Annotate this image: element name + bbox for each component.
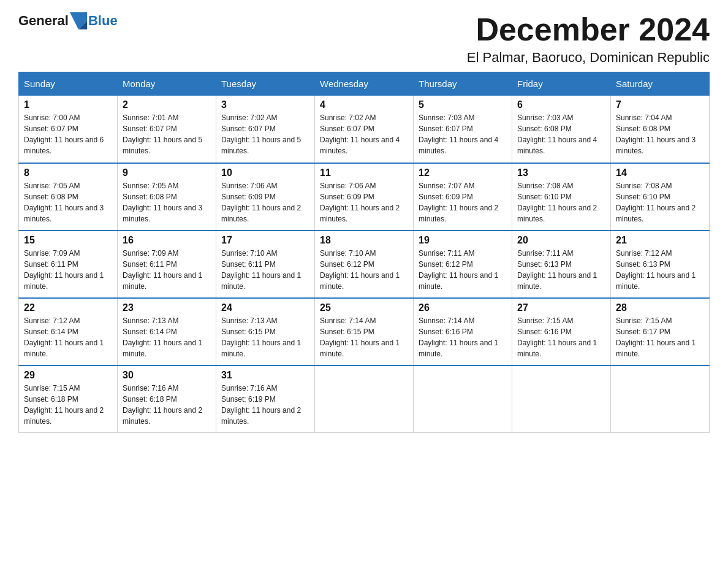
calendar-week-row: 15 Sunrise: 7:09 AMSunset: 6:11 PMDaylig…: [19, 231, 710, 298]
day-number: 4: [320, 99, 408, 110]
day-number: 16: [123, 235, 211, 246]
day-info: Sunrise: 7:13 AMSunset: 6:14 PMDaylight:…: [123, 315, 211, 359]
day-number: 20: [517, 235, 605, 246]
calendar-cell: 11 Sunrise: 7:06 AMSunset: 6:09 PMDaylig…: [315, 163, 414, 231]
calendar-cell: 18 Sunrise: 7:10 AMSunset: 6:12 PMDaylig…: [315, 231, 414, 298]
calendar-cell: [315, 366, 414, 433]
day-number: 15: [24, 235, 112, 246]
calendar-cell: [512, 366, 611, 433]
header-day-tuesday: Tuesday: [216, 72, 315, 96]
calendar-cell: 29 Sunrise: 7:15 AMSunset: 6:18 PMDaylig…: [19, 366, 118, 433]
calendar-cell: 2 Sunrise: 7:01 AMSunset: 6:07 PMDayligh…: [118, 96, 216, 163]
day-info: Sunrise: 7:06 AMSunset: 6:09 PMDaylight:…: [320, 180, 408, 224]
day-info: Sunrise: 7:01 AMSunset: 6:07 PMDaylight:…: [123, 112, 211, 156]
day-number: 7: [616, 99, 704, 110]
day-info: Sunrise: 7:11 AMSunset: 6:12 PMDaylight:…: [419, 248, 507, 292]
day-number: 14: [616, 167, 704, 178]
day-info: Sunrise: 7:16 AMSunset: 6:19 PMDaylight:…: [221, 383, 309, 427]
day-info: Sunrise: 7:07 AMSunset: 6:09 PMDaylight:…: [419, 180, 507, 224]
calendar-cell: 12 Sunrise: 7:07 AMSunset: 6:09 PMDaylig…: [414, 163, 512, 231]
calendar-cell: 6 Sunrise: 7:03 AMSunset: 6:08 PMDayligh…: [512, 96, 611, 163]
day-info: Sunrise: 7:14 AMSunset: 6:16 PMDaylight:…: [419, 315, 507, 359]
logo: General Blue: [18, 12, 118, 29]
day-number: 9: [123, 167, 211, 178]
calendar-cell: 1 Sunrise: 7:00 AMSunset: 6:07 PMDayligh…: [19, 96, 118, 163]
day-info: Sunrise: 7:13 AMSunset: 6:15 PMDaylight:…: [221, 315, 309, 359]
day-info: Sunrise: 7:14 AMSunset: 6:15 PMDaylight:…: [320, 315, 408, 359]
calendar-cell: 3 Sunrise: 7:02 AMSunset: 6:07 PMDayligh…: [216, 96, 315, 163]
day-info: Sunrise: 7:08 AMSunset: 6:10 PMDaylight:…: [517, 180, 605, 224]
day-info: Sunrise: 7:15 AMSunset: 6:18 PMDaylight:…: [24, 383, 112, 427]
day-number: 5: [419, 99, 507, 110]
calendar-table: SundayMondayTuesdayWednesdayThursdayFrid…: [18, 72, 710, 433]
day-info: Sunrise: 7:02 AMSunset: 6:07 PMDaylight:…: [320, 112, 408, 156]
day-number: 10: [221, 167, 309, 178]
day-info: Sunrise: 7:15 AMSunset: 6:16 PMDaylight:…: [517, 315, 605, 359]
calendar-cell: 23 Sunrise: 7:13 AMSunset: 6:14 PMDaylig…: [118, 298, 216, 366]
calendar-cell: 10 Sunrise: 7:06 AMSunset: 6:09 PMDaylig…: [216, 163, 315, 231]
header-day-thursday: Thursday: [414, 72, 512, 96]
day-info: Sunrise: 7:02 AMSunset: 6:07 PMDaylight:…: [221, 112, 309, 156]
day-info: Sunrise: 7:04 AMSunset: 6:08 PMDaylight:…: [616, 112, 704, 156]
header-day-saturday: Saturday: [611, 72, 710, 96]
day-number: 19: [419, 235, 507, 246]
day-number: 23: [123, 302, 211, 313]
day-number: 13: [517, 167, 605, 178]
day-info: Sunrise: 7:15 AMSunset: 6:17 PMDaylight:…: [616, 315, 704, 359]
header-day-friday: Friday: [512, 72, 611, 96]
day-number: 25: [320, 302, 408, 313]
calendar-cell: [414, 366, 512, 433]
header-row: SundayMondayTuesdayWednesdayThursdayFrid…: [19, 72, 710, 96]
calendar-week-row: 29 Sunrise: 7:15 AMSunset: 6:18 PMDaylig…: [19, 366, 710, 433]
calendar-cell: 26 Sunrise: 7:14 AMSunset: 6:16 PMDaylig…: [414, 298, 512, 366]
day-info: Sunrise: 7:11 AMSunset: 6:13 PMDaylight:…: [517, 248, 605, 292]
calendar-cell: 22 Sunrise: 7:12 AMSunset: 6:14 PMDaylig…: [19, 298, 118, 366]
day-number: 8: [24, 167, 112, 178]
day-number: 12: [419, 167, 507, 178]
calendar-cell: 31 Sunrise: 7:16 AMSunset: 6:19 PMDaylig…: [216, 366, 315, 433]
month-title: December 2024: [467, 12, 710, 47]
calendar-cell: 27 Sunrise: 7:15 AMSunset: 6:16 PMDaylig…: [512, 298, 611, 366]
calendar-cell: 7 Sunrise: 7:04 AMSunset: 6:08 PMDayligh…: [611, 96, 710, 163]
day-info: Sunrise: 7:09 AMSunset: 6:11 PMDaylight:…: [24, 248, 112, 292]
calendar-week-row: 1 Sunrise: 7:00 AMSunset: 6:07 PMDayligh…: [19, 96, 710, 163]
day-number: 2: [123, 99, 211, 110]
logo-general-text: General: [18, 13, 69, 29]
title-area: December 2024 El Palmar, Baoruco, Domini…: [467, 12, 710, 66]
calendar-cell: 24 Sunrise: 7:13 AMSunset: 6:15 PMDaylig…: [216, 298, 315, 366]
location-subtitle: El Palmar, Baoruco, Dominican Republic: [467, 50, 710, 66]
day-info: Sunrise: 7:03 AMSunset: 6:08 PMDaylight:…: [517, 112, 605, 156]
header-day-wednesday: Wednesday: [315, 72, 414, 96]
day-number: 31: [221, 370, 309, 381]
calendar-cell: 13 Sunrise: 7:08 AMSunset: 6:10 PMDaylig…: [512, 163, 611, 231]
day-info: Sunrise: 7:10 AMSunset: 6:11 PMDaylight:…: [221, 248, 309, 292]
day-number: 22: [24, 302, 112, 313]
calendar-cell: 28 Sunrise: 7:15 AMSunset: 6:17 PMDaylig…: [611, 298, 710, 366]
calendar-cell: 8 Sunrise: 7:05 AMSunset: 6:08 PMDayligh…: [19, 163, 118, 231]
day-number: 24: [221, 302, 309, 313]
calendar-cell: 20 Sunrise: 7:11 AMSunset: 6:13 PMDaylig…: [512, 231, 611, 298]
calendar-cell: 17 Sunrise: 7:10 AMSunset: 6:11 PMDaylig…: [216, 231, 315, 298]
day-number: 18: [320, 235, 408, 246]
day-info: Sunrise: 7:06 AMSunset: 6:09 PMDaylight:…: [221, 180, 309, 224]
day-number: 27: [517, 302, 605, 313]
day-info: Sunrise: 7:12 AMSunset: 6:14 PMDaylight:…: [24, 315, 112, 359]
day-number: 30: [123, 370, 211, 381]
day-info: Sunrise: 7:09 AMSunset: 6:11 PMDaylight:…: [123, 248, 211, 292]
calendar-cell: 4 Sunrise: 7:02 AMSunset: 6:07 PMDayligh…: [315, 96, 414, 163]
page-header: General Blue December 2024 El Palmar, Ba…: [18, 12, 710, 66]
day-info: Sunrise: 7:08 AMSunset: 6:10 PMDaylight:…: [616, 180, 704, 224]
day-info: Sunrise: 7:10 AMSunset: 6:12 PMDaylight:…: [320, 248, 408, 292]
day-info: Sunrise: 7:00 AMSunset: 6:07 PMDaylight:…: [24, 112, 112, 156]
calendar-cell: 5 Sunrise: 7:03 AMSunset: 6:07 PMDayligh…: [414, 96, 512, 163]
calendar-cell: 9 Sunrise: 7:05 AMSunset: 6:08 PMDayligh…: [118, 163, 216, 231]
calendar-cell: 25 Sunrise: 7:14 AMSunset: 6:15 PMDaylig…: [315, 298, 414, 366]
calendar-cell: 19 Sunrise: 7:11 AMSunset: 6:12 PMDaylig…: [414, 231, 512, 298]
day-info: Sunrise: 7:05 AMSunset: 6:08 PMDaylight:…: [123, 180, 211, 224]
day-number: 21: [616, 235, 704, 246]
calendar-week-row: 8 Sunrise: 7:05 AMSunset: 6:08 PMDayligh…: [19, 163, 710, 231]
day-info: Sunrise: 7:03 AMSunset: 6:07 PMDaylight:…: [419, 112, 507, 156]
day-info: Sunrise: 7:12 AMSunset: 6:13 PMDaylight:…: [616, 248, 704, 292]
day-info: Sunrise: 7:05 AMSunset: 6:08 PMDaylight:…: [24, 180, 112, 224]
calendar-cell: 21 Sunrise: 7:12 AMSunset: 6:13 PMDaylig…: [611, 231, 710, 298]
